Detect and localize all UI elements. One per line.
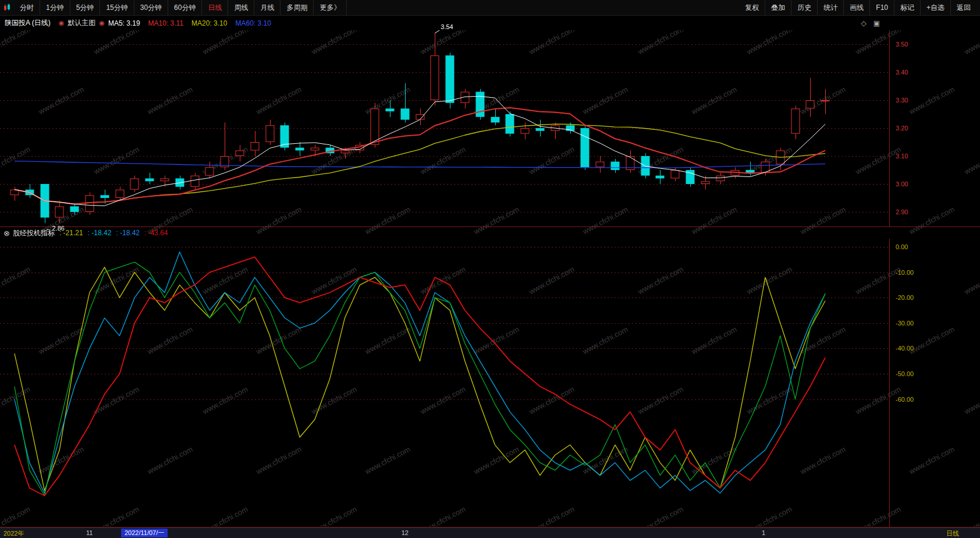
toolbar-action-3[interactable]: 历史	[791, 0, 818, 15]
trading-app-window: 分时1分钟5分钟15分钟30分钟60分钟日线周线月线多周期更多》 复权叠加历史统…	[0, 0, 980, 538]
ma-value-2: MA10: 3.11	[148, 19, 183, 27]
period-label[interactable]: 日线	[946, 529, 959, 538]
info-bar: 陕国投A (日线) ◉ 默认主图 ◉ MA5: 3.19MA10: 3.11MA…	[0, 16, 980, 30]
indicator-tick-label: -60.00	[896, 396, 914, 403]
indicator-tick-label: -50.00	[896, 370, 914, 377]
diamond-icon[interactable]: ◇	[861, 19, 866, 27]
stock-title[interactable]: 陕国投A (日线)	[5, 18, 51, 28]
period-tab-8[interactable]: 周线	[228, 0, 254, 15]
toolbar-action-1[interactable]: 复权	[739, 0, 765, 15]
period-tab-7[interactable]: 日线	[202, 0, 228, 15]
chart-corner-icons: ◇▣	[861, 16, 880, 30]
period-tab-3[interactable]: 5分钟	[70, 0, 101, 15]
status-bar: 2022年 2022/11/07/一 日线 11121	[0, 528, 980, 538]
price-tick-label: 3.20	[896, 125, 908, 132]
indicator-header: ⊗ 股经投机指标 : -21.21: -18.42: -18.42: -43.6…	[0, 227, 980, 239]
indicator-value-1: : -21.21	[59, 229, 83, 237]
panel-layout-icon[interactable]: ▣	[874, 19, 880, 27]
period-tab-5[interactable]: 30分钟	[134, 0, 168, 15]
period-tab-10[interactable]: 多周期	[280, 0, 314, 15]
period-tab-6[interactable]: 60分钟	[168, 0, 202, 15]
indicator-axis: 0.00-10.00-20.00-30.00-40.00-50.00-60.00	[889, 239, 980, 527]
indicator-tick-label: 0.00	[896, 243, 908, 250]
toolbar-actions: 复权叠加历史统计画线F10标记+自选返回	[739, 0, 977, 15]
toolbar-action-8[interactable]: +自选	[921, 0, 951, 15]
indicator-value-3: : -18.42	[116, 229, 140, 237]
ma-value-3: MA20: 3.10	[191, 19, 227, 27]
indicator-name[interactable]: 股经投机指标	[13, 228, 55, 238]
ma-value-4: MA60: 3.10	[235, 19, 271, 27]
indicator-value-2: : -18.42	[88, 229, 112, 237]
month-label: 1	[762, 529, 765, 536]
indicator-panel: 0.00-10.00-20.00-30.00-40.00-50.00-60.00	[0, 239, 980, 528]
main-chart-panel: 3.503.403.303.203.103.002.90 3.54←2.86	[0, 30, 980, 227]
toolbar-action-9[interactable]: 返回	[951, 0, 977, 15]
ma-value-1: MA5: 3.19	[108, 19, 140, 27]
indicator-tick-label: -30.00	[896, 320, 914, 327]
price-tick-label: 2.90	[896, 208, 908, 215]
indicator-values: : -21.21: -18.42: -18.42: -43.64	[55, 229, 168, 237]
toolbar-action-7[interactable]: 标记	[894, 0, 921, 15]
period-tab-11[interactable]: 更多》	[314, 0, 347, 15]
period-tab-1[interactable]: 分时	[14, 0, 40, 15]
price-axis: 3.503.403.303.203.103.002.90	[889, 30, 980, 226]
ma-settings-icon[interactable]: ◉	[99, 19, 105, 27]
price-tick-label: 3.10	[896, 153, 908, 160]
app-icon	[3, 3, 12, 12]
toolbar-action-2[interactable]: 叠加	[765, 0, 791, 15]
toolbar-action-6[interactable]: F10	[870, 0, 894, 15]
year-label: 2022年	[3, 529, 24, 538]
month-label: 11	[86, 529, 93, 536]
price-tick-label: 3.30	[896, 97, 908, 104]
price-tick-label: 3.00	[896, 180, 908, 187]
top-toolbar: 分时1分钟5分钟15分钟30分钟60分钟日线周线月线多周期更多》 复权叠加历史统…	[0, 0, 980, 16]
indicator-close-icon[interactable]: ⊗	[3, 229, 10, 238]
period-tab-9[interactable]: 月线	[254, 0, 280, 15]
toolbar-action-5[interactable]: 画线	[844, 0, 870, 15]
indicator-tick-label: -40.00	[896, 345, 914, 352]
period-tab-2[interactable]: 1分钟	[40, 0, 70, 15]
selected-date-chip[interactable]: 2022/11/07/一	[121, 529, 168, 537]
price-tick-label: 3.50	[896, 41, 908, 48]
candlestick-canvas[interactable]	[0, 30, 889, 226]
month-label: 12	[402, 529, 409, 536]
toolbar-action-4[interactable]: 统计	[818, 0, 844, 15]
period-tabs: 分时1分钟5分钟15分钟30分钟60分钟日线周线月线多周期更多》	[3, 0, 347, 15]
price-tick-label: 3.40	[896, 69, 908, 76]
main-chart-settings-icon[interactable]: ◉	[59, 19, 65, 27]
main-chart-type-label[interactable]: 默认主图	[68, 18, 95, 28]
indicator-value-4: : -43.64	[144, 229, 168, 237]
indicator-canvas[interactable]	[0, 239, 889, 526]
indicator-tick-label: -20.00	[896, 294, 914, 301]
period-tab-4[interactable]: 15分钟	[100, 0, 134, 15]
indicator-tick-label: -10.00	[896, 269, 914, 276]
ma-values: MA5: 3.19MA10: 3.11MA20: 3.10MA60: 3.10	[108, 19, 279, 27]
